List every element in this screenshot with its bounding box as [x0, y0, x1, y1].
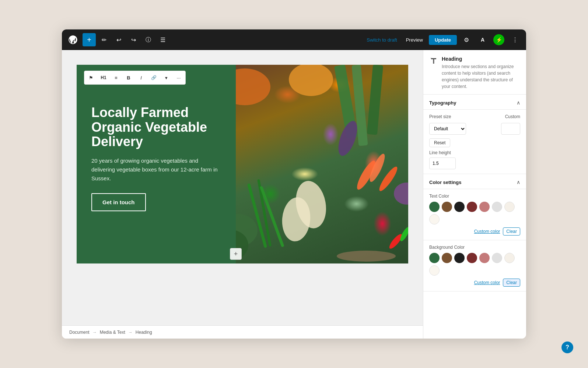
right-panel: Heading Introduce new sections and organ… [423, 50, 526, 339]
breadcrumb-media-text[interactable]: Media & Text [100, 330, 125, 335]
editor-area: ⚑ H1 ≡ B [62, 50, 423, 339]
text-color-body: Text Color Custom color Clear [423, 189, 526, 240]
breadcrumb-heading[interactable]: Heading [136, 330, 152, 335]
text-color-brown[interactable] [442, 202, 452, 212]
add-block-below-button[interactable]: + [230, 248, 242, 260]
switch-to-draft-button[interactable]: Switch to draft [364, 36, 400, 44]
ellipsis-icon: ⋮ [512, 36, 518, 43]
block-description: Introduce new sections and organize cont… [442, 63, 520, 90]
color-settings-collapse-button[interactable]: ∧ [517, 179, 520, 185]
preset-controls-row: Default [429, 123, 520, 135]
hero-heading[interactable]: Locally Farmed Organic Vegetable Deliver… [91, 105, 221, 149]
toolbar-right: Switch to draft Preview Update ⚙ A ⚡ ⋮ [364, 33, 522, 46]
help-button[interactable]: ? [561, 342, 573, 353]
main-toolbar: + ✏ ↩ ↪ ⓘ ☰ Switch to draft Preview Upda… [62, 29, 526, 50]
gear-icon: ⚙ [464, 36, 469, 43]
bg-color-actions: Custom color Clear [429, 279, 520, 287]
bg-color-brown[interactable] [442, 253, 452, 263]
list-view-button[interactable]: ☰ [156, 33, 169, 46]
svg-rect-4 [367, 65, 383, 135]
heading-icon [429, 57, 438, 66]
svg-rect-22 [430, 58, 432, 59]
list-icon: ☰ [160, 36, 165, 43]
link-button[interactable]: 🔗 [148, 72, 160, 84]
heading-icon-button[interactable]: ⚑ [85, 72, 97, 84]
hero-description[interactable]: 20 years of growing organic vegetables a… [91, 156, 221, 183]
canvas-inner: ⚑ H1 ≡ B [77, 65, 408, 263]
info-button[interactable]: ⓘ [141, 33, 155, 46]
dots-icon: ··· [177, 75, 181, 81]
text-color-light-red[interactable] [479, 202, 490, 212]
add-block-button[interactable]: + [83, 33, 96, 46]
bg-color-cream[interactable] [504, 253, 515, 263]
align-button[interactable]: ≡ [110, 72, 122, 84]
plus-icon: + [87, 36, 91, 44]
breadcrumb-arrow-1: → [92, 330, 97, 335]
svg-point-20 [407, 236, 408, 254]
h1-label: H1 [101, 75, 106, 80]
bg-color-grid [429, 253, 520, 276]
custom-size-input[interactable] [501, 123, 520, 135]
more-options-button[interactable]: ⋮ [508, 33, 522, 46]
breadcrumb: Document → Media & Text → Heading [62, 325, 423, 339]
bg-color-white[interactable] [429, 265, 440, 276]
typography-title: Typography [429, 100, 456, 106]
bg-color-black[interactable] [454, 253, 465, 263]
bg-color-body: Background Color Custom color Clear [423, 240, 526, 291]
preset-size-select[interactable]: Default [429, 123, 466, 135]
h1-button[interactable]: H1 [98, 72, 109, 84]
hero-image [236, 65, 408, 263]
styles-button[interactable]: A [476, 33, 489, 46]
bg-color-dark-red[interactable] [467, 253, 477, 263]
more-options-format-button[interactable]: ··· [173, 72, 185, 84]
text-custom-color-button[interactable]: Custom color [474, 229, 500, 234]
performance-button[interactable]: ⚡ [492, 33, 505, 46]
text-color-label: Text Color [429, 194, 520, 199]
block-title: Heading [442, 56, 520, 62]
bg-color-light-gray[interactable] [492, 253, 502, 263]
bg-color-label: Background Color [429, 245, 520, 250]
svg-point-21 [337, 251, 396, 262]
link-icon: 🔗 [151, 75, 157, 80]
bold-button[interactable]: B [123, 72, 134, 84]
typography-collapse-button[interactable]: ∧ [517, 100, 520, 106]
update-button[interactable]: Update [429, 35, 457, 45]
bg-color-light-red[interactable] [479, 253, 490, 263]
text-color-white[interactable] [429, 214, 440, 224]
italic-button[interactable]: I [135, 72, 147, 84]
reset-button[interactable]: Reset [429, 138, 450, 147]
vegetables-image [236, 65, 408, 263]
text-color-black[interactable] [454, 202, 465, 212]
text-color-cream[interactable] [504, 202, 515, 212]
bg-color-clear-button[interactable]: Clear [503, 279, 520, 287]
preview-button[interactable]: Preview [403, 36, 426, 44]
cta-button[interactable]: Get in touch [91, 193, 146, 211]
undo-button[interactable]: ↩ [112, 33, 125, 46]
text-color-light-gray[interactable] [492, 202, 502, 212]
line-height-input[interactable]: 1.5 [429, 158, 456, 169]
typography-section-body: Preset size Custom Default Reset Line he… [423, 110, 526, 174]
line-height-row: Line height 1.5 [429, 150, 520, 169]
info-icon: ⓘ [146, 36, 151, 43]
text-color-dark-red[interactable] [467, 202, 477, 212]
svg-point-0 [236, 68, 270, 105]
edit-mode-button[interactable]: ✏ [97, 33, 111, 46]
breadcrumb-document[interactable]: Document [69, 330, 90, 335]
wp-logo-icon [68, 35, 78, 45]
styles-icon: A [481, 37, 484, 43]
typography-section-header: Typography ∧ [423, 95, 526, 110]
hero-block: ⚑ H1 ≡ B [77, 65, 408, 263]
color-settings-section-header: Color settings ∧ [423, 174, 526, 189]
settings-button[interactable]: ⚙ [460, 33, 473, 46]
text-color-clear-button[interactable]: Clear [503, 227, 520, 236]
block-icon-container [429, 57, 438, 66]
block-info-text: Heading Introduce new sections and organ… [442, 56, 520, 90]
more-formats-button[interactable]: ▾ [160, 72, 172, 84]
pencil-icon: ✏ [102, 36, 106, 43]
bg-color-green[interactable] [429, 253, 440, 263]
preset-size-label: Preset size [429, 114, 451, 119]
text-color-green[interactable] [429, 202, 440, 212]
redo-button[interactable]: ↪ [127, 33, 140, 46]
wordpress-logo[interactable] [66, 33, 80, 46]
bg-custom-color-button[interactable]: Custom color [474, 280, 500, 285]
